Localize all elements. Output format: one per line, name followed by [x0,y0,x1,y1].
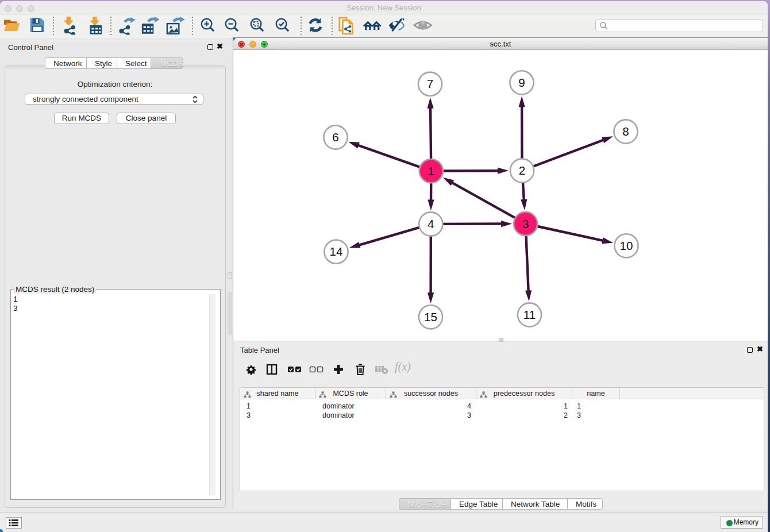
svg-text:2: 2 [519,164,525,177]
svg-text:9: 9 [518,76,525,89]
svg-text:8: 8 [622,125,629,138]
svg-text:10: 10 [620,239,633,252]
svg-text:7: 7 [427,77,433,90]
svg-text:14: 14 [330,245,343,258]
svg-text:15: 15 [424,310,437,323]
svg-text:11: 11 [523,308,536,321]
svg-text:4: 4 [428,217,434,230]
svg-text:6: 6 [332,130,338,144]
svg-text:3: 3 [522,217,529,230]
svg-text:1: 1 [428,164,434,178]
